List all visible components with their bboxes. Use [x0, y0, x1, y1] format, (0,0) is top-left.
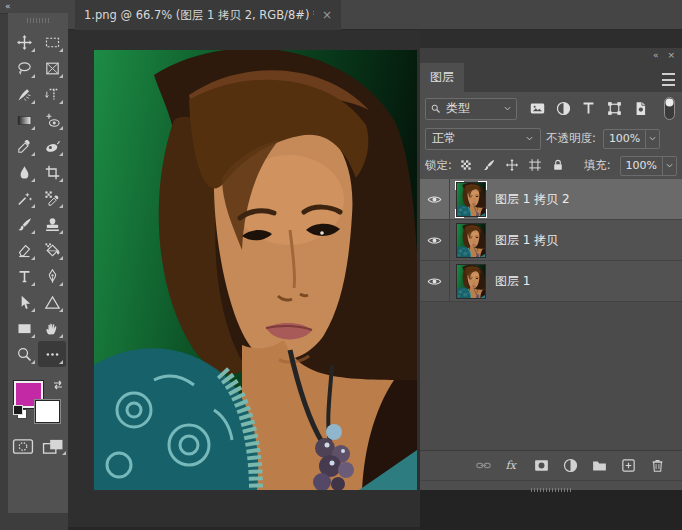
- filter-type-layers-icon[interactable]: [580, 100, 598, 118]
- document-tab-title: 1.png @ 66.7% (图层 1 拷贝 2, RGB/8#) *: [84, 8, 314, 23]
- paint-bucket-tool-icon[interactable]: [38, 237, 66, 263]
- clone-stamp-tool-icon[interactable]: [38, 211, 66, 237]
- document-tab[interactable]: 1.png @ 66.7% (图层 1 拷贝 2, RGB/8#) * ×: [75, 0, 341, 30]
- eraser-tool-icon[interactable]: [10, 237, 38, 263]
- dock-gap: [420, 30, 682, 48]
- rectangle-tool-icon[interactable]: [10, 315, 38, 341]
- shape-tool-icon[interactable]: [38, 289, 66, 315]
- lock-position-icon[interactable]: [505, 158, 520, 173]
- layer-visibility-eye-icon[interactable]: [420, 179, 450, 219]
- layer-visibility-eye-icon[interactable]: [420, 220, 450, 260]
- filter-toggle-switch[interactable]: [662, 96, 677, 121]
- magic-wand-tool-icon[interactable]: [10, 185, 38, 211]
- add-layer-mask-icon[interactable]: [533, 457, 550, 474]
- color-sampler-tool-icon[interactable]: [38, 185, 66, 211]
- layer-visibility-eye-icon[interactable]: [420, 261, 450, 301]
- close-tab-icon[interactable]: ×: [322, 9, 332, 21]
- delete-layer-icon[interactable]: [649, 457, 666, 474]
- lock-all-icon[interactable]: [551, 158, 566, 173]
- blur-tool-icon[interactable]: [10, 159, 38, 185]
- tab-layers[interactable]: 图层: [420, 63, 464, 92]
- gradient-tool-icon[interactable]: [10, 107, 38, 133]
- bottom-icons-row: [420, 450, 682, 480]
- toolbar-collapse-button[interactable]: «: [0, 0, 68, 14]
- layer-style-icon[interactable]: [504, 457, 521, 474]
- swap-colors-icon[interactable]: [52, 379, 64, 391]
- layer-thumbnail[interactable]: [455, 181, 487, 218]
- background-color-swatch[interactable]: [35, 400, 60, 423]
- panel-close-icon[interactable]: ×: [667, 51, 674, 60]
- panel-resize-handle[interactable]: [420, 480, 682, 490]
- brush-tool-icon[interactable]: [10, 211, 38, 237]
- pen-tool-icon[interactable]: [38, 263, 66, 289]
- canvas-area[interactable]: [68, 30, 420, 530]
- layer-filter-row: 类型: [420, 92, 682, 125]
- slice-tool-icon[interactable]: [38, 55, 66, 81]
- hand-tool-icon[interactable]: [38, 315, 66, 341]
- blend-mode-value: 正常: [432, 130, 521, 147]
- layer-name[interactable]: 图层 1: [495, 273, 530, 290]
- filter-shape-layers-icon[interactable]: [606, 100, 624, 118]
- blend-mode-dropdown[interactable]: 正常: [425, 128, 541, 150]
- layers-panel-header: « ×: [420, 48, 682, 63]
- color-control: [8, 379, 68, 431]
- chevron-down-icon: [503, 104, 512, 113]
- layers-panel-tabs: 图层: [420, 63, 682, 92]
- zoom-tool-icon[interactable]: [10, 341, 38, 367]
- lock-pixels-icon[interactable]: [482, 158, 497, 173]
- layer-row[interactable]: 图层 1: [420, 261, 682, 302]
- new-adjustment-layer-icon[interactable]: [562, 457, 579, 474]
- default-colors-icon[interactable]: [13, 405, 27, 419]
- layer-name[interactable]: 图层 1 拷贝: [495, 232, 558, 249]
- new-group-icon[interactable]: [591, 457, 608, 474]
- type-tool-icon[interactable]: [10, 263, 38, 289]
- spot-healing-brush-tool-icon[interactable]: [10, 81, 38, 107]
- filter-icons: [521, 100, 658, 118]
- type-mask-tool-icon[interactable]: [38, 81, 66, 107]
- filter-adjustment-layers-icon[interactable]: [555, 100, 573, 118]
- move-tool-icon[interactable]: [10, 29, 38, 55]
- layer-row[interactable]: 图层 1 拷贝: [420, 220, 682, 261]
- layer-name[interactable]: 图层 1 拷贝 2: [495, 191, 570, 208]
- panel-collapse-icon[interactable]: «: [653, 51, 658, 60]
- right-dock: « × 图层 类型 正常 不透明度:: [420, 30, 682, 530]
- fill-dropdown-button[interactable]: [662, 157, 676, 175]
- screen-mode-button[interactable]: [40, 437, 66, 455]
- opacity-dropdown-button[interactable]: [645, 130, 659, 148]
- fill-value[interactable]: 100%: [621, 159, 662, 172]
- eyedropper-tool-icon[interactable]: [10, 133, 38, 159]
- red-eye-tool-icon[interactable]: [38, 107, 66, 133]
- filter-pixel-layers-icon[interactable]: [529, 100, 547, 118]
- layer-thumbnail[interactable]: [455, 222, 487, 259]
- blend-mode-row: 正常 不透明度: 100%: [420, 125, 682, 152]
- quick-mask-button[interactable]: [10, 437, 36, 455]
- layer-thumbnail[interactable]: [455, 263, 487, 300]
- path-select-tool-icon[interactable]: [10, 289, 38, 315]
- sponge-tool-icon[interactable]: [38, 133, 66, 159]
- toolbar-grip-handle[interactable]: [27, 18, 49, 23]
- new-layer-icon[interactable]: [620, 457, 637, 474]
- fill-field[interactable]: 100%: [620, 156, 677, 176]
- crop-tool-icon[interactable]: [38, 159, 66, 185]
- opacity-value[interactable]: 100%: [604, 132, 645, 145]
- fill-label: 填充:: [584, 158, 611, 173]
- lock-label: 锁定:: [425, 158, 452, 173]
- toolbar-bottom-buttons: [8, 437, 68, 455]
- filter-type-dropdown[interactable]: 类型: [425, 98, 517, 120]
- rectangular-marquee-tool-icon[interactable]: [38, 29, 66, 55]
- tool-dock: «: [0, 0, 68, 530]
- panel-menu-icon[interactable]: [662, 73, 675, 86]
- opacity-label: 不透明度:: [546, 131, 596, 146]
- lasso-tool-icon[interactable]: [10, 55, 38, 81]
- canvas-image[interactable]: [94, 50, 417, 490]
- lock-artboard-icon[interactable]: [528, 158, 543, 173]
- layer-row[interactable]: 图层 1 拷贝 2: [420, 179, 682, 220]
- link-layers-icon[interactable]: [475, 457, 492, 474]
- filter-smart-objects-icon[interactable]: [632, 100, 650, 118]
- more-tools-icon[interactable]: [38, 341, 66, 367]
- lock-icons: [459, 158, 566, 173]
- lock-transparency-icon[interactable]: [459, 158, 474, 173]
- layers-panel: « × 图层 类型 正常 不透明度:: [420, 48, 682, 490]
- opacity-field[interactable]: 100%: [603, 129, 660, 149]
- lock-row: 锁定: 填充: 100%: [420, 152, 682, 179]
